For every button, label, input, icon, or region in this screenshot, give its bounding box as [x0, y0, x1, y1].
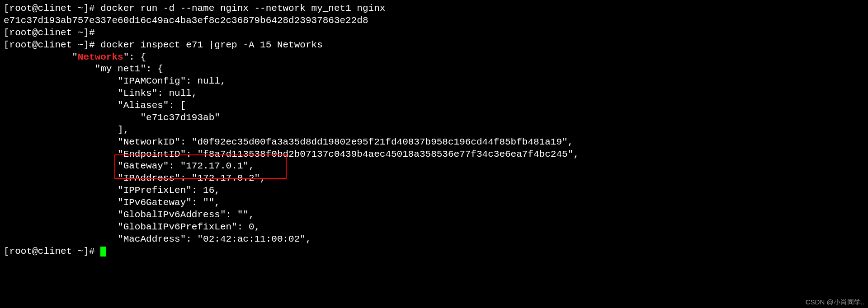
output-alias-val: "e71c37d193ab": [4, 112, 864, 124]
output-globalipv6: "GlobalIPv6Address": "",: [4, 209, 864, 221]
output-macaddress: "MacAddress": "02:42:ac:11:00:02",: [4, 233, 864, 246]
terminal-line-1: [root@clinet ~]# docker run -d --name ng…: [4, 3, 864, 15]
terminal-line-cursor[interactable]: [root@clinet ~]#: [4, 246, 864, 258]
shell-prompt-empty: [root@clinet ~]#: [4, 27, 864, 39]
shell-prompt: [root@clinet ~]#: [4, 40, 100, 50]
output-mynet1: "my_net1": {: [4, 63, 864, 75]
grep-match: Networks: [78, 52, 123, 62]
output-ipaddress: "IPAddress": "172.17.0.2",: [4, 173, 864, 185]
terminal-line-3: [root@clinet ~]# docker inspect e71 |gre…: [4, 39, 864, 51]
output-aliases-end: ],: [4, 124, 864, 136]
output-endpointid: "EndpointID": "f8a7d113538f0bd2b07137c04…: [4, 149, 864, 161]
output-networkid: "NetworkID": "d0f92ec35d00fa3a35d8dd1980…: [4, 136, 864, 149]
command-text: docker run -d --name nginx --network my_…: [100, 3, 385, 14]
shell-prompt: [root@clinet ~]#: [4, 3, 100, 14]
output-networks: "Networks": {: [4, 51, 864, 64]
shell-prompt: [root@clinet ~]#: [4, 246, 100, 257]
output-container-id: e71c37d193ab757e337e60d16c49ac4ba3ef8c2c…: [4, 15, 864, 27]
output-ipprefixlen: "IPPrefixLen": 16,: [4, 185, 864, 197]
output-ipamconfig: "IPAMConfig": null,: [4, 75, 864, 88]
output-gateway: "Gateway": "172.17.0.1",: [4, 160, 864, 173]
command-text: docker inspect e71 |grep -A 15 Networks: [100, 40, 322, 50]
output-ipv6gateway: "IPv6Gateway": "",: [4, 197, 864, 209]
output-aliases: "Aliases": [: [4, 100, 864, 112]
output-links: "Links": null,: [4, 88, 864, 100]
terminal-cursor: [100, 247, 106, 257]
output-globalipv6p: "GlobalIPv6PrefixLen": 0,: [4, 221, 864, 233]
watermark-text: CSDN @小肖同学..: [806, 298, 864, 306]
